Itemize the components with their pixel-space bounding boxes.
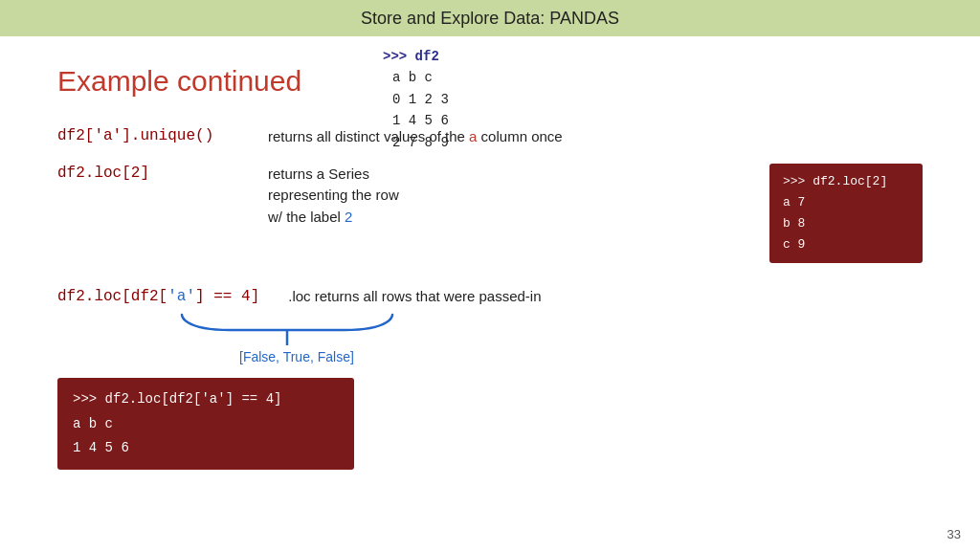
loc2-code-text: df2.loc[2]: [57, 165, 149, 182]
section-loc2-code: df2.loc[2]: [57, 164, 268, 182]
df2-row1: 1 4 5 6: [392, 110, 449, 131]
df2-row2: 2 7 8 9: [392, 132, 449, 153]
df2-display: >>> df2 a b c 0 1 2 3 1 4 5 6 2 7 8 9: [383, 46, 449, 153]
df2-row0: 0 1 2 3: [392, 89, 449, 110]
loc-filter-desc: .loc returns all rows that were passed-i…: [288, 286, 923, 308]
section-loc2: df2.loc[2] returns a Series representing…: [57, 164, 923, 263]
example-heading: Example continued: [57, 65, 301, 98]
unique-code-text: df2['a'].unique(): [57, 127, 213, 144]
brace-annotation: [False, True, False]: [153, 311, 923, 364]
loc-filter-prefix: df2.loc[df2[: [57, 288, 167, 305]
section-unique: df2['a'].unique() returns all distinct v…: [57, 126, 923, 148]
loc2-label-highlight: 2: [345, 209, 352, 225]
loc2-terminal-prompt: >>> df2.loc[2]: [783, 171, 909, 192]
loc2-terminal-row1: a 7: [783, 192, 909, 213]
loc-filter-quote: 'a': [167, 288, 195, 305]
brace-label: [False, True, False]: [239, 349, 923, 364]
loc2-terminal: >>> df2.loc[2] a 7 b 8 c 9: [769, 164, 923, 263]
page-number: 33: [947, 527, 961, 541]
df2-prompt: >>> df2: [383, 46, 449, 67]
header: Store and Explore Data: PANDAS: [0, 0, 980, 36]
section-unique-code: df2['a'].unique(): [57, 126, 268, 144]
loc2-desc-line1: returns a Series: [268, 164, 750, 186]
loc-filter-suffix: ] == 4]: [195, 288, 259, 305]
loc2-desc-line3-prefix: w/ the label: [268, 209, 345, 225]
bottom-terminal: >>> df2.loc[df2['a'] == 4] a b c 1 4 5 6: [57, 378, 354, 470]
loc2-terminal-row3: c 9: [783, 234, 909, 255]
section-loc2-desc: returns a Series representing the row w/…: [268, 164, 750, 229]
loc2-desc-line3: w/ the label 2: [268, 207, 750, 229]
loc2-desc-line2: representing the row: [268, 185, 750, 207]
bottom-terminal-line2: a b c: [73, 412, 339, 436]
loc-filter-code: df2.loc[df2['a'] == 4]: [57, 288, 259, 305]
bottom-terminal-line3: 1 4 5 6: [73, 436, 339, 460]
section-loc-filter: df2.loc[df2['a'] == 4] .loc returns all …: [57, 286, 923, 365]
section-unique-desc: returns all distinct values of the a col…: [268, 126, 923, 148]
header-title: Store and Explore Data: PANDAS: [361, 9, 619, 29]
bottom-terminal-line1: >>> df2.loc[df2['a'] == 4]: [73, 387, 339, 411]
main-content: Example continued >>> df2 a b c 0 1 2 3 …: [0, 36, 980, 479]
loc2-terminal-row2: b 8: [783, 213, 909, 234]
brace-svg: [153, 311, 421, 347]
df2-header-row: a b c: [392, 67, 449, 88]
unique-desc-suffix: column once: [477, 128, 562, 144]
